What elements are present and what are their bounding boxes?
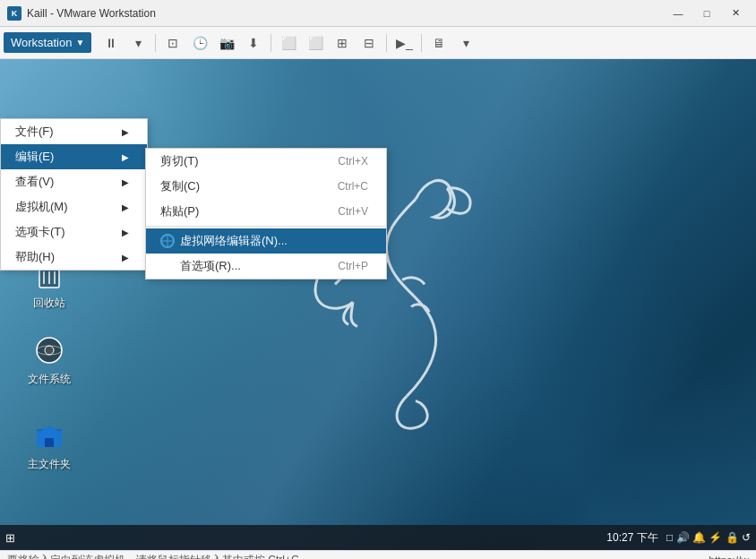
view-full-button[interactable]: ⬜ [276,30,301,56]
cut-shortcut: Ctrl+X [338,155,368,168]
toolbar-sep-3 [386,34,387,52]
vm-desktop[interactable]: 回收站 文件系统 主文件夹 [0,59,756,559]
globe-icon [160,234,175,248]
toolbar-sep-2 [271,34,271,52]
snapshot-button[interactable]: 🕒 [187,30,212,56]
vm-share-button[interactable]: ⊡ [160,30,185,56]
home-folder-label: 主文件夹 [28,457,71,472]
edit-separator-1 [146,226,386,227]
menubar: Workstation ▼ ⏸ ▾ ⊡ 🕒 📷 ⬇ ⬜ ⬜ ⊞ ⊟ ▶_ 🖥 ▾ [0,27,756,59]
paste-menu-item[interactable]: 粘贴(P) Ctrl+V [146,199,386,224]
edit-submenu: 剪切(T) Ctrl+X 复制(C) Ctrl+C 粘贴(P) Ctrl+V 虚… [145,148,387,280]
workstation-arrow-icon: ▼ [75,38,84,47]
preferences-menu-item[interactable]: 首选项(R)... Ctrl+P [146,254,386,279]
edit-menu-item[interactable]: 编辑(E) ▶ [1,144,147,169]
filesystem-image [31,332,67,368]
cut-menu-item[interactable]: 剪切(T) Ctrl+X [146,149,386,174]
help-arrow-icon: ▶ [122,253,129,262]
toolbar-sep-4 [421,34,422,52]
home-folder-icon[interactable]: 主文件夹 [18,417,81,472]
file-arrow-icon: ▶ [122,127,129,137]
toolbar-sep-1 [155,34,156,52]
paste-shortcut: Ctrl+V [338,205,368,218]
view-arrow-icon: ▶ [122,177,129,187]
vm-area[interactable]: 回收站 文件系统 主文件夹 [0,59,756,559]
tabs-menu-item[interactable]: 选项卡(T) ▶ [1,219,147,245]
pause-dropdown-button[interactable]: ▾ [125,30,150,56]
filesystem-label: 文件系统 [28,372,71,387]
view-cascade-button[interactable]: ⊟ [357,30,382,56]
copy-shortcut: Ctrl+C [338,180,368,193]
vm-menu-item[interactable]: 虚拟机(M) ▶ [1,194,147,219]
snapshot3-button[interactable]: ⬇ [241,30,266,56]
preferences-shortcut: Ctrl+P [338,260,368,272]
vm-taskbar: ⊞ 10:27 下午 □ 🔊 🔔 ⚡ 🔒 ↺ [0,525,756,550]
view-split-button[interactable]: ⬜ [303,30,328,56]
statusbar-text: 要将输入定向到该虚拟机，请将鼠标指针移入其中或按 Ctrl+G。 [7,553,310,559]
statusbar: 要将输入定向到该虚拟机，请将鼠标指针移入其中或按 Ctrl+G。 https:/… [0,550,756,559]
app-icon: K [7,6,21,21]
copy-menu-item[interactable]: 复制(C) Ctrl+C [146,174,386,199]
main-menu-dropdown: 文件(F) ▶ 编辑(E) ▶ 查看(V) ▶ 虚拟机(M) ▶ 选项卡(T) [0,118,148,271]
file-menu-item[interactable]: 文件(F) ▶ [1,119,147,144]
vm-arrow-icon: ▶ [122,202,129,212]
workstation-label: Workstation [11,36,72,49]
window-controls[interactable]: — □ ✕ [665,4,749,22]
statusbar-right: https://w [709,555,749,560]
close-button[interactable]: ✕ [722,4,749,22]
window-title: Kaill - VMware Workstation [27,7,665,20]
minimize-button[interactable]: — [665,4,692,22]
view-menu-item[interactable]: 查看(V) ▶ [1,169,147,194]
help-menu-item[interactable]: 帮助(H) ▶ [1,245,147,270]
view-tile-button[interactable]: ⊞ [330,30,355,56]
edit-arrow-icon: ▶ [122,152,129,162]
taskbar-tray-icons: □ 🔊 🔔 ⚡ 🔒 ↺ [666,531,751,544]
home-folder-image [31,417,67,453]
maximize-button[interactable]: □ [693,4,720,22]
svg-point-9 [45,346,54,355]
taskbar-icons: ⊞ [5,531,15,545]
filesystem-icon[interactable]: 文件系统 [18,332,81,387]
workstation-menu-button[interactable]: Workstation ▼ [4,32,91,53]
display-dropdown-button[interactable]: ▾ [453,30,478,56]
console-button[interactable]: ▶_ [391,30,417,56]
vm-clock: 10:27 下午 □ 🔊 🔔 ⚡ 🔒 ↺ [606,530,751,546]
taskbar-apps-icon: ⊞ [5,531,15,545]
statusbar-url: https://w [709,555,749,560]
titlebar: K Kaill - VMware Workstation — □ ✕ [0,0,756,27]
recycle-bin-label: 回收站 [33,296,65,311]
pause-button[interactable]: ⏸ [99,30,124,56]
tabs-arrow-icon: ▶ [122,228,129,237]
vne-menu-item[interactable]: 虚拟网络编辑器(N)... [146,228,386,254]
display-button[interactable]: 🖥 [426,30,451,56]
snapshot2-button[interactable]: 📷 [214,30,239,56]
